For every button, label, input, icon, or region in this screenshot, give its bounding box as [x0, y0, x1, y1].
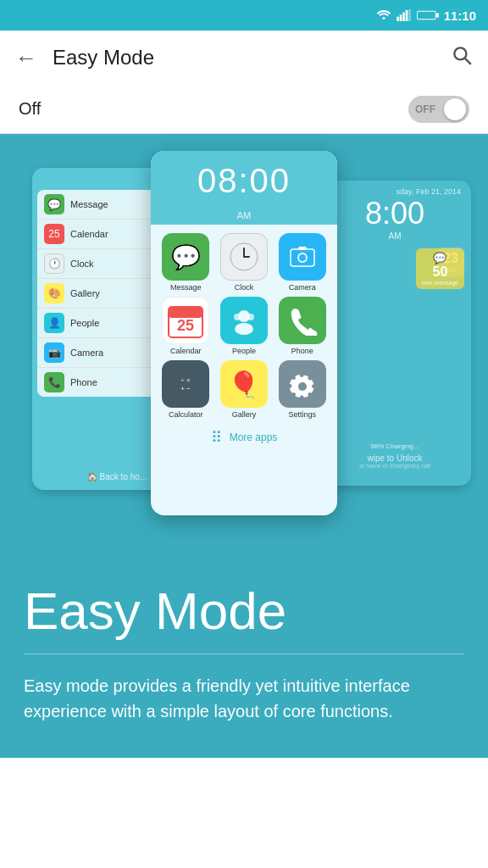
app-cell-message: 💬 Message — [159, 233, 213, 292]
status-time: 11:10 — [444, 8, 476, 23]
camera-app-label: Camera — [289, 283, 316, 292]
svg-text:+ −: + − — [181, 385, 191, 392]
more-apps-dots-icon: ⠿ — [211, 428, 223, 447]
clock-app-label: Clock — [235, 283, 254, 292]
svg-rect-0 — [396, 17, 399, 21]
camera-list-icon: 📷 — [44, 342, 64, 363]
app-cell-phone: Phone — [275, 297, 329, 355]
unlock-sub: or name or Emergency call — [319, 463, 471, 469]
toggle-knob — [444, 98, 466, 120]
gallery-app-label: Gallery — [232, 410, 257, 419]
phone-right: sday, Feb 21, 2014 8:00 AM 23 call 💬 50 … — [319, 181, 471, 486]
phone-app-icon — [279, 297, 326, 344]
people-app-icon — [220, 297, 268, 344]
toggle-label: Off — [19, 99, 41, 119]
gallery-app-icon: 🎈 — [220, 360, 268, 408]
svg-rect-2 — [402, 13, 405, 22]
list-item-label: Phone — [70, 377, 97, 387]
front-phone-time: 08:00 — [197, 162, 291, 200]
app-cell-people: People — [218, 297, 271, 355]
list-item-label: Clock — [70, 259, 94, 269]
list-item-label: Calendar — [70, 229, 108, 239]
svg-rect-7 — [417, 12, 435, 19]
settings-app-icon — [279, 360, 326, 408]
app-cell-gallery: 🎈 Gallery — [218, 360, 271, 419]
back-button[interactable]: ← — [15, 45, 37, 71]
phone-front: 08:00 AM 💬 Message Clo — [151, 151, 337, 515]
charging-text: 98% Charging... — [319, 442, 471, 450]
list-item-label: People — [70, 318, 99, 328]
top-bar-left: ← Easy Mode — [15, 45, 154, 71]
app-cell-settings: Settings — [275, 360, 329, 419]
app-cell-clock: Clock — [218, 233, 271, 292]
message-card: 💬 50 new message — [416, 248, 464, 289]
list-item-label: Gallery — [70, 288, 100, 298]
svg-rect-3 — [405, 10, 408, 21]
phone-front-header: 08:00 — [151, 151, 337, 210]
svg-rect-1 — [399, 14, 402, 21]
calculator-app-icon: ÷ × + − — [162, 360, 209, 408]
camera-app-icon — [279, 233, 326, 281]
message-app-icon: 💬 — [162, 233, 209, 281]
status-icons: 11:10 — [376, 8, 476, 23]
toggle-row: Off OFF — [0, 85, 488, 134]
message-list-icon: 💬 — [44, 194, 64, 214]
divider — [24, 654, 464, 654]
calendar-app-icon: 25 — [162, 297, 209, 344]
easy-mode-description: Easy mode provides a friendly yet intuit… — [24, 673, 464, 724]
more-apps-row[interactable]: ⠿ More apps — [151, 423, 337, 452]
battery-icon — [417, 9, 439, 21]
top-bar: ← Easy Mode — [0, 31, 488, 85]
svg-rect-4 — [408, 9, 411, 21]
message-app-label: Message — [170, 283, 202, 292]
list-item-label: Camera — [70, 348, 103, 358]
status-bar: 11:10 — [0, 0, 488, 31]
app-cell-calculator: ÷ × + − Calculator — [159, 360, 213, 419]
preview-area: All Apps 💬 Message 25 Calendar 🕐 Clock 🎨… — [0, 134, 488, 558]
clock-list-icon: 🕐 — [44, 253, 64, 274]
svg-rect-17 — [298, 247, 307, 250]
settings-app-label: Settings — [288, 410, 316, 419]
list-item-label: Message — [70, 199, 108, 209]
svg-point-23 — [235, 323, 253, 335]
right-phone-am: AM — [325, 231, 464, 241]
signal-icon — [396, 9, 412, 21]
clock-app-icon — [220, 233, 268, 281]
svg-point-16 — [299, 254, 306, 261]
app-cell-calendar: 25 Calendar — [159, 297, 213, 355]
wifi-icon — [376, 9, 391, 21]
gallery-list-icon: 🎨 — [44, 283, 64, 303]
page-title: Easy Mode — [53, 46, 154, 70]
svg-point-24 — [234, 314, 241, 320]
people-list-icon: 👤 — [44, 313, 64, 333]
app-cell-camera: Camera — [275, 233, 329, 292]
right-phone-date: sday, Feb 21, 2014 — [325, 187, 464, 196]
calculator-app-label: Calculator — [169, 410, 203, 419]
svg-rect-6 — [435, 13, 438, 17]
app-grid: 💬 Message Clock — [151, 225, 337, 423]
svg-text:25: 25 — [177, 317, 194, 334]
back-to-home-label: 🏠 Back to ho... — [87, 472, 147, 481]
right-phone-time: 8:00 — [325, 196, 464, 231]
front-phone-am: AM — [151, 210, 337, 225]
calendar-app-label: Calendar — [170, 347, 202, 355]
easy-mode-toggle[interactable]: OFF — [408, 96, 469, 123]
toggle-state-text: OFF — [415, 103, 435, 115]
calendar-list-icon: 25 — [44, 224, 64, 244]
svg-point-29 — [298, 382, 307, 391]
right-phone-bottom: 98% Charging... wipe to Unlock or name o… — [319, 442, 471, 469]
svg-text:÷ ×: ÷ × — [181, 376, 191, 384]
svg-line-9 — [465, 58, 471, 64]
people-app-label: People — [232, 347, 256, 355]
svg-point-25 — [247, 314, 254, 320]
search-button[interactable] — [451, 44, 473, 72]
bottom-area: Easy Mode Easy mode provides a friendly … — [0, 558, 488, 758]
phone-list-icon: 📞 — [44, 372, 64, 392]
more-apps-label: More apps — [230, 431, 278, 443]
easy-mode-title: Easy Mode — [24, 583, 464, 638]
phone-app-label: Phone — [291, 347, 313, 355]
svg-point-8 — [454, 47, 466, 59]
unlock-text: wipe to Unlock — [319, 453, 471, 463]
